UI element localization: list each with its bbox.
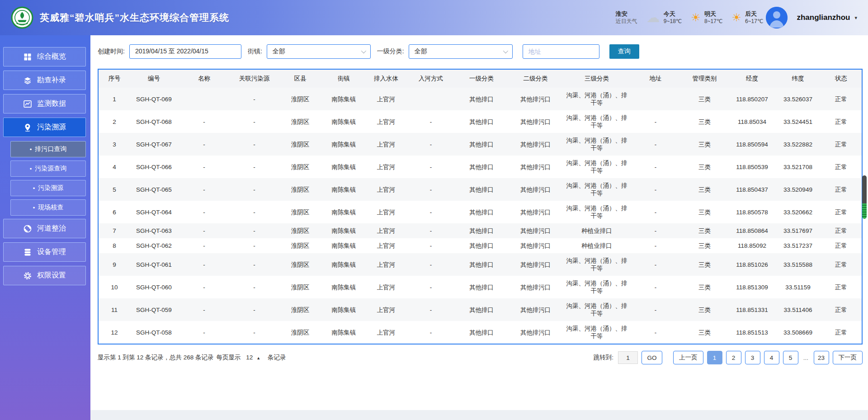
globe-icon <box>23 224 32 233</box>
cell-district: 淮阴区 <box>278 156 322 178</box>
caret-up-icon: ▲ <box>256 356 260 360</box>
user-avatar[interactable] <box>766 7 788 28</box>
cell-category-2: 其他排污口 <box>508 238 563 253</box>
cell-address: - <box>631 178 680 201</box>
sidebar-item-pollution-trace[interactable]: 污染溯源 <box>3 118 86 137</box>
cell-category-2: 其他排污口 <box>508 253 563 276</box>
date-range-input[interactable]: 2019/04/15 至 2022/04/15 <box>129 44 241 59</box>
cell-longitude: 118.851309 <box>729 276 775 298</box>
jump-page-input[interactable] <box>618 351 638 364</box>
cell-management-class: 三类 <box>680 110 729 133</box>
pagination: 跳转到: GO 上一页 12345 ... 23 下一页 <box>594 351 863 364</box>
submenu-item-outlet-query[interactable]: • 排污口查询 <box>10 141 86 157</box>
page-button[interactable]: 1 <box>707 351 722 364</box>
cell-status: 正常 <box>821 238 862 253</box>
cell-latitude: 33.515588 <box>775 253 821 276</box>
cell-category-3: 种植业排口 <box>563 223 631 238</box>
cell-index: 12 <box>99 321 130 344</box>
cell-linked-source: - <box>231 321 278 344</box>
cell-index: 5 <box>99 178 130 201</box>
query-button[interactable]: 查询 <box>609 44 639 59</box>
page-button[interactable]: 4 <box>764 351 779 364</box>
cell-code: SGH-QT-063 <box>130 223 178 238</box>
cell-latitude: 33.520662 <box>775 201 821 223</box>
cell-district: 淮阴区 <box>278 223 322 238</box>
sidebar-item-device-management[interactable]: 设备管理 <box>3 242 86 262</box>
next-page-button[interactable]: 下一页 <box>833 351 863 364</box>
cell-name: - <box>178 178 231 201</box>
sun-icon: ☀ <box>731 12 741 23</box>
vertical-scrollbar[interactable] <box>862 175 867 219</box>
bullet-icon: • <box>30 146 32 153</box>
database-icon <box>23 248 32 257</box>
category-select[interactable]: 全部 <box>409 44 513 59</box>
cell-category-1: 其他排口 <box>455 133 508 156</box>
sidebar-item-permission-settings[interactable]: 权限设置 <box>3 266 86 285</box>
sidebar-item-overview[interactable]: 综合概览 <box>3 47 86 66</box>
table-row: 12 SGH-QT-058 - - 淮阴区 南陈集镇 上官河 - 其他排口 其他… <box>99 321 862 344</box>
cell-entry-method: - <box>407 223 455 238</box>
cell-district: 淮阴区 <box>278 178 322 201</box>
cell-address: - <box>631 223 680 238</box>
chevron-down-icon <box>361 48 366 53</box>
submenu-pollution-trace: • 排污口查询 • 污染源查询 • 污染溯源 • 现场核查 <box>0 141 90 216</box>
last-page-button[interactable]: 23 <box>814 351 829 364</box>
cell-code: SGH-QT-064 <box>130 201 178 223</box>
cell-category-3: 沟渠、河港（涌）、排干等 <box>563 201 631 223</box>
cell-water-body: 上官河 <box>365 156 407 178</box>
page-button[interactable]: 5 <box>783 351 798 364</box>
cell-latitude: 33.524451 <box>775 110 821 133</box>
cell-address: - <box>631 133 680 156</box>
sidebar-item-river-regulation[interactable]: 河道整治 <box>3 219 86 238</box>
column-header: 地址 <box>631 70 680 88</box>
cell-index: 3 <box>99 133 130 156</box>
table-row: 5 SGH-QT-065 - - 淮阴区 南陈集镇 上官河 - 其他排口 其他排… <box>99 178 862 201</box>
cell-name: - <box>178 253 231 276</box>
submenu-item-pollution-trace[interactable]: • 污染溯源 <box>10 180 86 196</box>
cell-code: SGH-QT-065 <box>130 178 178 201</box>
sidebar-item-survey[interactable]: 勘查补录 <box>3 71 86 90</box>
cell-category-2: 其他排污口 <box>508 156 563 178</box>
username[interactable]: zhanglianzhou <box>797 13 850 22</box>
column-header: 三级分类 <box>563 70 631 88</box>
prev-page-button[interactable]: 上一页 <box>673 351 703 364</box>
table-row: 8 SGH-QT-062 - - 淮阴区 南陈集镇 上官河 - 其他排口 其他排… <box>99 238 862 253</box>
column-header: 排入水体 <box>365 70 407 88</box>
table-footer: 显示第 1 到第 12 条记录，总共 268 条记录 每页显示 12▲ 条记录 … <box>98 351 863 364</box>
cell-code: SGH-QT-058 <box>130 321 178 344</box>
cell-category-1: 其他排口 <box>455 223 508 238</box>
cell-district: 淮阴区 <box>278 201 322 223</box>
column-header: 区县 <box>278 70 322 88</box>
submenu-item-field-check[interactable]: • 现场核查 <box>10 199 86 216</box>
cell-district: 淮阴区 <box>278 276 322 298</box>
chevron-down-icon[interactable]: ▾ <box>854 15 857 21</box>
cell-name: - <box>178 238 231 253</box>
cell-category-1: 其他排口 <box>455 276 508 298</box>
town-select[interactable]: 全部 <box>267 44 371 59</box>
cell-name: - <box>178 156 231 178</box>
cell-status: 正常 <box>821 133 862 156</box>
category-label: 一级分类: <box>377 47 404 56</box>
weather-tomorrow: ☀ 明天 8~17℃ <box>691 10 722 25</box>
jump-to-label: 跳转到: <box>594 354 613 362</box>
scrollbar-thumb[interactable] <box>862 175 867 203</box>
submenu-item-source-query[interactable]: • 污染源查询 <box>10 160 86 177</box>
per-page-select[interactable]: 每页显示 12▲ 条记录 <box>217 354 286 362</box>
sidebar-item-monitoring[interactable]: 监测数据 <box>3 94 86 113</box>
cell-longitude: 118.85092 <box>729 238 775 253</box>
cell-category-1: 其他排口 <box>455 298 508 321</box>
cell-name <box>178 88 231 110</box>
address-input[interactable] <box>523 44 599 59</box>
cell-latitude: 33.526037 <box>775 88 821 110</box>
column-header: 序号 <box>99 70 130 88</box>
sun-icon: ☀ <box>691 12 701 23</box>
chevron-down-icon <box>503 48 508 53</box>
page-button[interactable]: 2 <box>726 351 741 364</box>
cell-entry-method: - <box>407 156 455 178</box>
go-button[interactable]: GO <box>642 351 662 364</box>
cell-latitude: 33.517237 <box>775 238 821 253</box>
bullet-icon: • <box>30 165 32 172</box>
page-button[interactable]: 3 <box>745 351 760 364</box>
table-row: 4 SGH-QT-066 - - 淮阴区 南陈集镇 上官河 - 其他排口 其他排… <box>99 156 862 178</box>
cell-town: 南陈集镇 <box>322 110 365 133</box>
